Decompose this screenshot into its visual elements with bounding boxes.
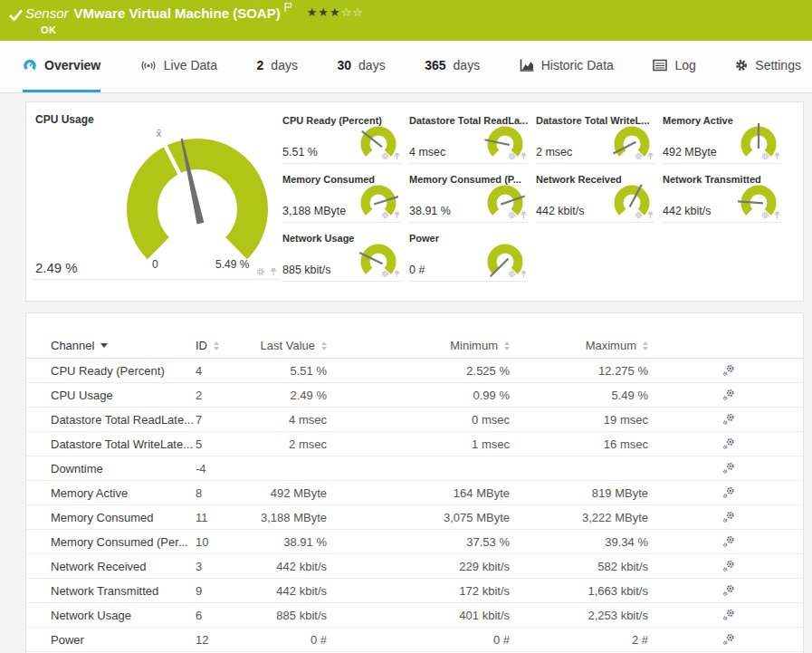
channel-id: 2 xyxy=(196,389,239,402)
gauge-value: 38.91 % xyxy=(409,205,451,217)
channel-id: 12 xyxy=(196,633,239,647)
channels-table-panel: Channel ID Last Value Minimum Maximum CP… xyxy=(25,312,804,653)
tab-settings[interactable]: Settings xyxy=(735,41,801,92)
channel-settings-icon[interactable] xyxy=(722,364,735,377)
pin-icon[interactable] xyxy=(773,211,781,219)
gauge-value: 492 MByte xyxy=(663,146,717,158)
channel-minimum: 229 kbit/s xyxy=(327,560,510,573)
channel-name-link[interactable]: Network Received xyxy=(51,560,196,573)
table-row: Memory Consumed (Per... 10 38.91 % 37.53… xyxy=(26,530,803,554)
gauge-tile: Network Usage 885 kbit/s xyxy=(282,232,401,282)
channel-maximum: 5.49 % xyxy=(510,389,648,402)
gauge-value: 4 msec xyxy=(409,146,445,158)
tab-label: Live Data xyxy=(164,58,217,72)
pin-icon[interactable] xyxy=(520,211,528,219)
tab-log[interactable]: Log xyxy=(653,41,695,92)
channel-last-value: 885 kbit/s xyxy=(239,609,327,622)
channel-id: 9 xyxy=(196,584,239,598)
pin-icon[interactable] xyxy=(393,152,401,160)
channel-settings-icon[interactable] xyxy=(722,413,735,426)
channel-name-link[interactable]: Downtime xyxy=(51,462,196,475)
channel-id: 10 xyxy=(196,535,239,549)
gauge-tile: Power 0 # xyxy=(409,232,528,282)
tab-2-days[interactable]: 2 days xyxy=(257,41,298,92)
tab-365-days[interactable]: 365 days xyxy=(425,41,480,92)
channel-id: 8 xyxy=(196,486,239,500)
tab-30-days[interactable]: 30 days xyxy=(337,41,385,92)
pin-icon[interactable] xyxy=(393,211,401,219)
channel-settings-icon[interactable] xyxy=(722,389,735,401)
channel-name-link[interactable]: Memory Consumed xyxy=(51,511,196,524)
tab-overview[interactable]: Overview xyxy=(23,41,100,92)
column-header-minimum[interactable]: Minimum xyxy=(327,339,510,352)
pin-icon[interactable] xyxy=(520,270,528,278)
channel-maximum: 39.34 % xyxy=(510,535,648,549)
table-row: CPU Usage 2 2.49 % 0.99 % 5.49 % xyxy=(26,383,803,408)
column-header-last-value[interactable]: Last Value xyxy=(239,339,327,352)
tab-historic-data[interactable]: Historic Data xyxy=(520,41,614,92)
column-header-channel[interactable]: Channel xyxy=(51,339,196,352)
column-label: Channel xyxy=(51,339,94,352)
channel-name-link[interactable]: CPU Usage xyxy=(51,389,196,402)
priority-stars[interactable]: ★★★☆☆ xyxy=(307,5,364,19)
channel-settings-icon[interactable] xyxy=(722,486,735,499)
pin-icon[interactable] xyxy=(646,211,654,219)
channel-name-link[interactable]: Datastore Total ReadLate... xyxy=(51,413,196,427)
gear-icon[interactable] xyxy=(381,270,389,278)
gear-icon[interactable] xyxy=(256,267,265,276)
channel-settings-icon[interactable] xyxy=(722,462,735,475)
tab-bar: Overview Live Data 2 days 30 days 365 da… xyxy=(0,41,812,93)
channel-settings-icon[interactable] xyxy=(722,560,735,572)
tile-actions xyxy=(508,152,528,160)
column-header-id[interactable]: ID xyxy=(196,339,239,352)
channel-minimum: 3,075 MByte xyxy=(327,511,510,524)
table-row: Memory Active 8 492 MByte 164 MByte 819 … xyxy=(26,481,803,505)
tab-label: Settings xyxy=(755,58,801,72)
channel-id: 11 xyxy=(196,511,239,524)
gear-icon[interactable] xyxy=(761,211,769,219)
pin-icon[interactable] xyxy=(393,270,401,278)
tab-label: days xyxy=(271,58,298,72)
pin-icon[interactable] xyxy=(773,152,781,160)
channel-settings-icon[interactable] xyxy=(722,535,735,548)
channel-name-link[interactable]: Memory Active xyxy=(51,486,196,500)
channel-settings-icon[interactable] xyxy=(722,437,735,450)
gear-icon[interactable] xyxy=(381,152,389,160)
channel-settings-icon[interactable] xyxy=(722,584,735,597)
gauge-value: 442 kbit/s xyxy=(536,205,585,217)
channel-name-link[interactable]: Datastore Total WriteLate... xyxy=(51,437,196,451)
channel-settings-icon[interactable] xyxy=(722,609,735,621)
pin-icon[interactable] xyxy=(269,267,278,276)
pin-icon[interactable] xyxy=(520,152,528,160)
table-body: CPU Ready (Percent) 4 5.51 % 2.525 % 12.… xyxy=(26,359,803,652)
tab-number: 2 xyxy=(257,58,264,72)
gear-icon[interactable] xyxy=(635,152,643,160)
gauge-icon xyxy=(23,58,37,72)
tile-actions xyxy=(256,267,278,276)
channel-settings-icon[interactable] xyxy=(722,511,735,523)
gear-icon[interactable] xyxy=(508,152,516,160)
gauge-value: 3,188 MByte xyxy=(282,205,346,217)
channel-minimum: 2.525 % xyxy=(327,364,510,378)
gear-icon[interactable] xyxy=(508,270,516,278)
gear-icon[interactable] xyxy=(508,211,516,219)
sort-desc-icon xyxy=(100,343,108,348)
channel-last-value: 3,188 MByte xyxy=(239,511,327,524)
column-label: Last Value xyxy=(261,339,315,352)
channel-settings-icon[interactable] xyxy=(722,633,735,646)
channel-name-link[interactable]: Network Usage xyxy=(51,609,196,622)
channel-name-link[interactable]: Network Transmitted xyxy=(51,584,196,598)
channel-name-link[interactable]: CPU Ready (Percent) xyxy=(51,364,196,378)
main-gauge-max-label: 5.49 % xyxy=(215,258,249,271)
tab-live-data[interactable]: Live Data xyxy=(140,41,217,92)
channel-name-link[interactable]: Power xyxy=(51,633,196,647)
column-header-maximum[interactable]: Maximum xyxy=(510,339,648,352)
channel-maximum: 12.275 % xyxy=(510,364,648,378)
gauge-tile: Network Transmitted 442 kbit/s xyxy=(663,173,781,223)
gear-icon[interactable] xyxy=(381,211,389,219)
flag-icon[interactable] xyxy=(284,0,292,15)
channel-name-link[interactable]: Memory Consumed (Per... xyxy=(51,535,196,549)
gear-icon[interactable] xyxy=(635,211,643,219)
pin-icon[interactable] xyxy=(646,152,654,160)
gear-icon[interactable] xyxy=(761,152,769,160)
